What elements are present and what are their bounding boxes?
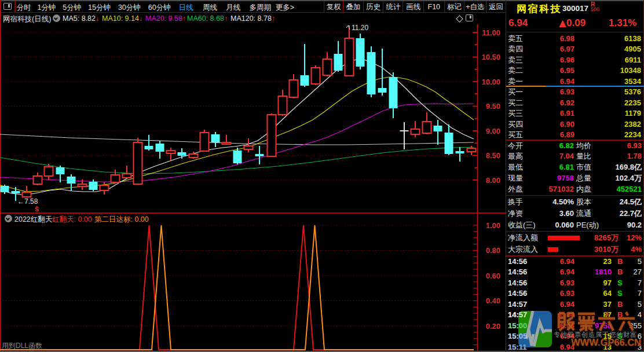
svg-text:10.50: 10.50 [481, 53, 500, 61]
svg-text:10.00: 10.00 [481, 78, 500, 86]
svg-text:11.20: 11.20 [352, 24, 368, 32]
svg-text:9.50: 9.50 [486, 102, 500, 111]
svg-text:8.50: 8.50 [486, 151, 500, 160]
svg-text:9.00: 9.00 [486, 127, 500, 135]
svg-text:8.00: 8.00 [486, 176, 500, 185]
svg-text:0.20: 0.20 [486, 321, 500, 330]
svg-text:11.00: 11.00 [482, 28, 500, 37]
svg-text:ŝ: ŝ [35, 204, 39, 213]
svg-text:0.40: 0.40 [486, 296, 500, 305]
svg-text:0.80: 0.80 [486, 246, 500, 255]
svg-text:0.60: 0.60 [486, 271, 500, 280]
svg-text:1.00: 1.00 [486, 221, 500, 229]
